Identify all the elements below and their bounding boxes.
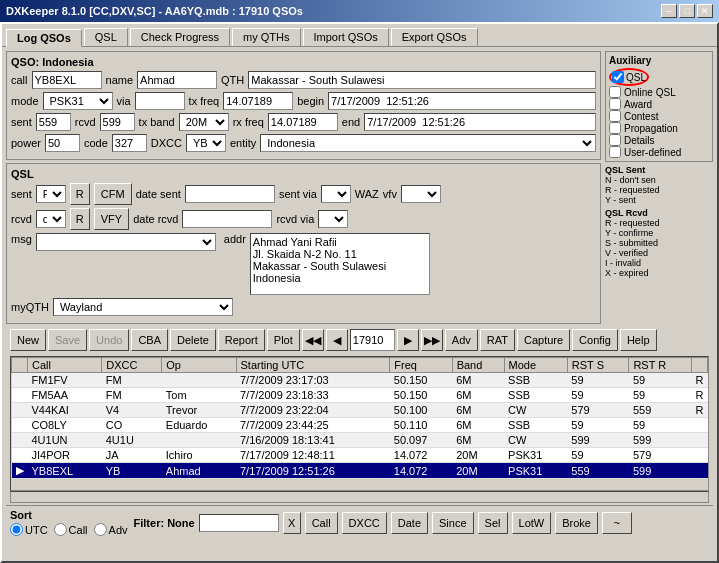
- qsl-r-btn2[interactable]: R: [70, 208, 90, 230]
- horizontal-scrollbar[interactable]: [10, 491, 709, 503]
- minimize-button[interactable]: ─: [661, 4, 677, 18]
- tx-freq-input[interactable]: [223, 92, 293, 110]
- table-row[interactable]: FM5AAFMTom7/7/2009 23:18:3350.1506MSSB59…: [12, 388, 708, 403]
- col-rst-s[interactable]: RST S: [567, 358, 629, 373]
- user-defined-checkbox[interactable]: [609, 146, 621, 158]
- cfm-btn[interactable]: CFM: [94, 183, 132, 205]
- undo-button[interactable]: Undo: [89, 329, 129, 351]
- sort-call-radio[interactable]: [54, 523, 67, 536]
- via-input[interactable]: [135, 92, 185, 110]
- vfy-btn[interactable]: VFY: [94, 208, 129, 230]
- qth-input[interactable]: [248, 71, 596, 89]
- adv-button[interactable]: Adv: [445, 329, 478, 351]
- propagation-checkbox[interactable]: [609, 122, 621, 134]
- table-row[interactable]: JI4PORJAIchiro7/17/2009 12:48:1114.07220…: [12, 448, 708, 463]
- filter-input[interactable]: [199, 514, 279, 532]
- delete-button[interactable]: Delete: [170, 329, 216, 351]
- table-body: FM1FVFM7/7/2009 23:17:0350.1506MSSB5959R…: [12, 373, 708, 479]
- col-dxcc[interactable]: DXCC: [102, 358, 162, 373]
- date-sent-input[interactable]: [185, 185, 275, 203]
- begin-input[interactable]: [328, 92, 596, 110]
- date-rcvd-label: date rcvd: [133, 213, 178, 225]
- filter-sel-button[interactable]: Sel: [478, 512, 508, 534]
- power-input[interactable]: [45, 134, 80, 152]
- sent-via-select[interactable]: [321, 185, 351, 203]
- save-button[interactable]: Save: [48, 329, 87, 351]
- mode-select[interactable]: PSK31: [43, 92, 113, 110]
- rx-freq-input[interactable]: [268, 113, 338, 131]
- addr-line-4: Indonesia: [253, 272, 427, 284]
- current-qso-input[interactable]: [350, 329, 395, 351]
- config-button[interactable]: Config: [572, 329, 618, 351]
- filter-lotw-button[interactable]: LotW: [512, 512, 552, 534]
- dxcc-select[interactable]: YB: [186, 134, 226, 152]
- plot-button[interactable]: Plot: [267, 329, 300, 351]
- maximize-button[interactable]: □: [679, 4, 695, 18]
- rcvd-input[interactable]: [100, 113, 135, 131]
- report-button[interactable]: Report: [218, 329, 265, 351]
- nav-last-button[interactable]: ▶▶: [421, 329, 443, 351]
- filter-dxcc-button[interactable]: DXCC: [342, 512, 387, 534]
- nav-prev-button[interactable]: ◀: [326, 329, 348, 351]
- filter-call-button[interactable]: Call: [305, 512, 338, 534]
- tab-log-qsos[interactable]: Log QSOs: [6, 29, 82, 47]
- rat-button[interactable]: RAT: [480, 329, 515, 351]
- table-row[interactable]: ▶YB8EXLYBAhmad7/17/2009 12:51:2614.07220…: [12, 463, 708, 479]
- table-row[interactable]: 4U1UN4U1U7/16/2009 18:13:4150.0976MCW599…: [12, 433, 708, 448]
- table-row[interactable]: FM1FVFM7/7/2009 23:17:0350.1506MSSB5959R: [12, 373, 708, 388]
- table-row[interactable]: V44KAIV4Trevor7/7/2009 23:22:0450.1006MC…: [12, 403, 708, 418]
- sort-adv-radio[interactable]: [94, 523, 107, 536]
- qsl-checkbox[interactable]: [612, 71, 624, 83]
- nav-next-button[interactable]: ▶: [397, 329, 419, 351]
- msg-select[interactable]: [36, 233, 216, 251]
- sent-input[interactable]: [36, 113, 71, 131]
- online-qsl-checkbox[interactable]: [609, 86, 621, 98]
- col-op[interactable]: Op: [162, 358, 236, 373]
- contest-checkbox[interactable]: [609, 110, 621, 122]
- window-title: DXKeeper 8.1.0 [CC,DXV,SC] - AA6YQ.mdb :…: [6, 5, 303, 17]
- tab-my-qths[interactable]: my QTHs: [232, 28, 300, 46]
- table-row[interactable]: CO8LYCOEduardo7/7/2009 23:44:2550.1106MS…: [12, 418, 708, 433]
- filter-date-button[interactable]: Date: [391, 512, 428, 534]
- tx-band-select[interactable]: 20M: [179, 113, 229, 131]
- nav-first-button[interactable]: ◀◀: [302, 329, 324, 351]
- qsl-row-1: sent R R CFM date sent sent via WAZ vfv: [11, 183, 596, 205]
- sort-utc-radio[interactable]: [10, 523, 23, 536]
- col-mode[interactable]: Mode: [504, 358, 567, 373]
- qsl-r-btn[interactable]: R: [70, 183, 90, 205]
- col-band[interactable]: Band: [452, 358, 504, 373]
- myqth-select[interactable]: Wayland: [53, 298, 233, 316]
- filter-broke-button[interactable]: Broke: [555, 512, 598, 534]
- code-input[interactable]: [112, 134, 147, 152]
- qsl-sent-select[interactable]: R: [36, 185, 66, 203]
- col-call[interactable]: Call: [28, 358, 102, 373]
- close-button[interactable]: ✕: [697, 4, 713, 18]
- award-row: Award: [609, 98, 709, 110]
- filter-since-button[interactable]: Since: [432, 512, 474, 534]
- filter-x-button[interactable]: X: [283, 512, 301, 534]
- qsl-rcvd-select[interactable]: d: [36, 210, 66, 228]
- waz-vfy-select[interactable]: [401, 185, 441, 203]
- tab-check-progress[interactable]: Check Progress: [130, 28, 230, 46]
- new-button[interactable]: New: [10, 329, 46, 351]
- filter-tilde-button[interactable]: ~: [602, 512, 632, 534]
- date-sent-label: date sent: [136, 188, 181, 200]
- qsl-checkbox-row: QSL: [609, 68, 709, 86]
- award-checkbox[interactable]: [609, 98, 621, 110]
- rcvd-via-select[interactable]: [318, 210, 348, 228]
- help-button[interactable]: Help: [620, 329, 657, 351]
- col-rst-r[interactable]: RST R: [629, 358, 692, 373]
- date-rcvd-input[interactable]: [182, 210, 272, 228]
- tab-import-qsos[interactable]: Import QSOs: [303, 28, 389, 46]
- end-input[interactable]: [364, 113, 596, 131]
- capture-button[interactable]: Capture: [517, 329, 570, 351]
- tab-qsl[interactable]: QSL: [84, 28, 128, 46]
- col-utc[interactable]: Starting UTC: [236, 358, 390, 373]
- details-checkbox[interactable]: [609, 134, 621, 146]
- name-input[interactable]: [137, 71, 217, 89]
- col-freq[interactable]: Freq: [390, 358, 452, 373]
- call-input[interactable]: [32, 71, 102, 89]
- entity-select[interactable]: Indonesia: [260, 134, 596, 152]
- cba-button[interactable]: CBA: [131, 329, 168, 351]
- tab-export-qsos[interactable]: Export QSOs: [391, 28, 478, 46]
